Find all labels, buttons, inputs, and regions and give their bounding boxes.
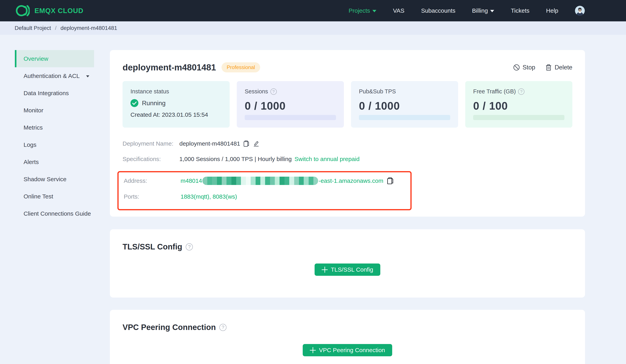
sidebar-item-logs[interactable]: Logs [15,136,94,153]
address-suffix: -east-1.amazonaws.com [318,178,383,184]
status-text: Running [142,100,165,107]
emqx-cloud-logo[interactable]: EMQX CLOUD [15,4,83,18]
add-vpc-peering-button[interactable]: VPC Peering Connection [303,344,392,356]
vpc-section-title: VPC Peering Connection [122,323,216,332]
sidebar-item-overview[interactable]: Overview [15,50,94,67]
main-nav: Projects VAS Subaccounts Billing Tickets… [349,6,585,16]
sessions-label: Sessions [245,88,268,95]
user-avatar[interactable] [575,6,585,16]
nav-billing[interactable]: Billing [472,7,494,14]
copy-icon[interactable] [243,140,249,147]
stop-button[interactable]: Stop [513,64,535,71]
instance-status-label: Instance status [130,88,169,95]
sidebar-item-authentication-acl[interactable]: Authentication & ACL [15,67,94,84]
sessions-progress-bar [245,115,336,120]
main-content: deployment-m4801481 Professional Stop [110,50,585,364]
specifications-value: 1,000 Sessions / 1,000 TPS | Hourly bill… [179,156,292,162]
sidebar-item-metrics[interactable]: Metrics [15,119,94,136]
help-icon[interactable] [518,88,524,95]
nav-subaccounts[interactable]: Subaccounts [421,7,455,14]
sidebar: Overview Authentication & ACL Data Integ… [15,50,94,364]
free-traffic-value: 0 / 100 [473,100,564,112]
pubsub-tps-label: Pub&Sub TPS [359,88,396,95]
pubsub-tps-value: 0 / 1000 [359,100,450,112]
trash-icon [546,64,552,71]
plan-badge: Professional [222,62,260,73]
breadcrumb-deployment: deployment-m4801481 [60,25,117,31]
sidebar-item-alerts[interactable]: Alerts [15,153,94,171]
deployment-title: deployment-m4801481 [122,63,216,73]
free-traffic-card: Free Traffic (GB) 0 / 100 [465,81,572,128]
deployment-overview-card: deployment-m4801481 Professional Stop [110,50,585,217]
stats-row: Instance status Running Created At: 2023… [122,81,572,128]
nav-help[interactable]: Help [546,7,558,14]
add-tls-ssl-config-button[interactable]: TLS/SSL Config [314,263,380,276]
logo-text: EMQX CLOUD [35,7,83,15]
traffic-progress-bar [473,115,564,120]
pubsub-progress-bar [359,115,450,120]
stop-icon [513,64,520,71]
edit-icon[interactable] [253,140,259,147]
chevron-down-icon [86,75,89,77]
breadcrumb-separator: / [55,25,57,31]
plus-icon [322,267,328,273]
free-traffic-label: Free Traffic (GB) [473,88,516,95]
specifications-label: Specifications: [122,156,179,162]
check-circle-icon [130,99,138,107]
copy-icon[interactable] [387,177,393,184]
nav-tickets[interactable]: Tickets [511,7,529,14]
vpc-peering-card: VPC Peering Connection VPC Peering Conne… [110,310,585,364]
help-icon[interactable] [219,324,227,331]
deployment-name-value: deployment-m4801481 [179,140,240,147]
plus-icon [310,347,316,353]
address-label: Address: [124,178,181,184]
help-icon[interactable] [271,88,277,95]
ports-value: 1883(mqtt), 8083(ws) [181,193,237,200]
tls-ssl-config-card: TLS/SSL Config TLS/SSL Config [110,229,585,297]
sessions-card: Sessions 0 / 1000 [237,81,344,128]
chevron-down-icon [490,10,494,12]
switch-annual-prepaid-link[interactable]: Switch to annual prepaid [295,156,360,162]
breadcrumb-project[interactable]: Default Project [15,25,51,31]
sidebar-item-client-connections-guide[interactable]: Client Connections Guide [15,205,94,222]
sidebar-item-monitor[interactable]: Monitor [15,102,94,119]
deployment-name-label: Deployment Name: [122,140,179,147]
sidebar-item-online-test[interactable]: Online Test [15,188,94,205]
delete-button[interactable]: Delete [546,64,572,71]
ports-label: Ports: [124,193,181,200]
sessions-value: 0 / 1000 [245,100,336,112]
instance-status-card: Instance status Running Created At: 2023… [122,81,230,128]
tls-section-title: TLS/SSL Config [122,242,182,251]
pubsub-tps-card: Pub&Sub TPS 0 / 1000 [351,81,458,128]
deployment-details: Deployment Name: deployment-m4801481 [122,140,572,210]
created-at-text: Created At: 2023.01.05 15:54 [130,111,222,118]
sidebar-item-data-integrations[interactable]: Data Integrations [15,84,94,102]
top-navbar: EMQX CLOUD Projects VAS Subaccounts Bill… [0,0,626,21]
red-highlight-annotation: Address: m48014 -east-1.amazonaws.com [117,171,412,210]
address-redacted-blur [202,177,318,185]
active-indicator-bar [15,50,16,67]
nav-vas[interactable]: VAS [393,7,404,14]
nav-projects[interactable]: Projects [349,7,376,14]
chevron-down-icon [372,10,376,12]
help-icon[interactable] [186,243,193,251]
sidebar-item-shadow-service[interactable]: Shadow Service [15,171,94,188]
address-prefix: m48014 [181,178,202,184]
emqx-logo-icon [15,4,30,18]
breadcrumb: Default Project / deployment-m4801481 [0,21,626,35]
